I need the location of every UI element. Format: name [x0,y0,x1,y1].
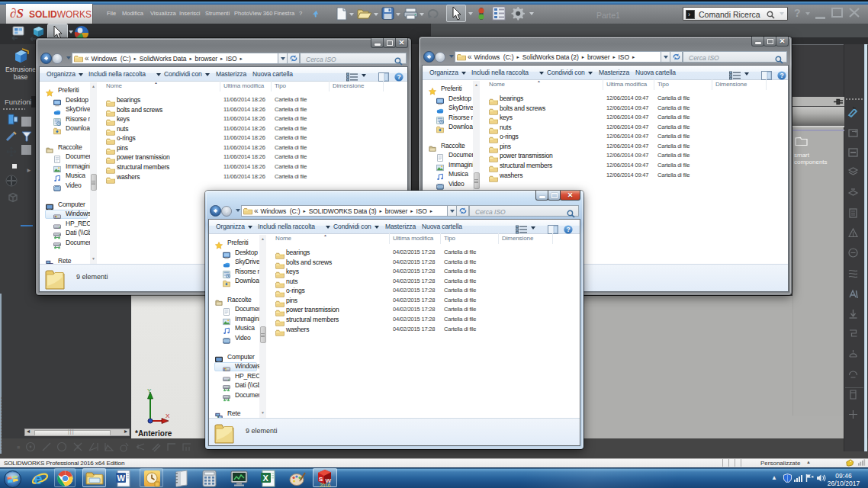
svg-text:?: ? [780,72,783,79]
svg-text:e: e [34,470,43,487]
svg-text:W: W [117,474,126,483]
svg-text:?: ? [566,226,570,233]
svg-text:S: S [319,476,323,483]
svg-text:Y: Y [147,387,152,394]
svg-text:X: X [166,413,170,419]
svg-text:?: ? [397,73,400,81]
svg-text:2016: 2016 [320,483,331,488]
svg-text:X: X [263,474,269,483]
